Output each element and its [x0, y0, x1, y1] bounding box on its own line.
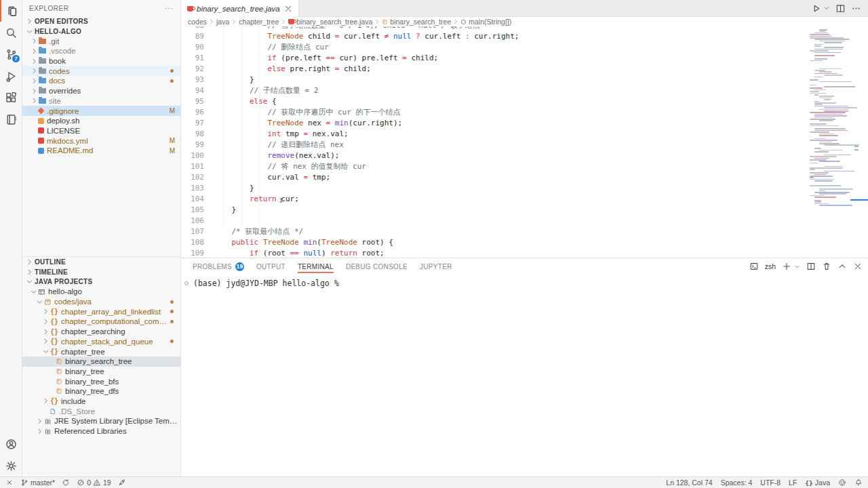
panel-tab-problems[interactable]: PROBLEMS19 [193, 258, 244, 274]
breadcrumb-item-2[interactable]: java [216, 18, 229, 26]
java-tree-item-binary_search_tree[interactable]: binary_search_tree [22, 357, 180, 367]
file-tree-item-LICENSE[interactable]: LICENSE [22, 126, 180, 136]
tab-close-icon[interactable] [283, 4, 293, 14]
java-tree-item-binary_tree_dfs[interactable]: binary_tree_dfs [22, 386, 180, 396]
activity-bar-settings[interactable] [0, 455, 22, 476]
split-terminal-button[interactable] [806, 262, 816, 271]
activity-bar-source-control[interactable]: 7 [0, 43, 22, 65]
java-tree-item-DS_Store[interactable]: .DS_Store [22, 406, 180, 416]
code-line-92[interactable]: 92 else pre.right = child; [181, 64, 868, 75]
code-line-93[interactable]: 93 } [181, 75, 868, 85]
file-tree-item-.gitignore[interactable]: .gitignoreM [22, 106, 180, 116]
activity-bar-search[interactable] [0, 22, 22, 43]
code-line-99[interactable]: 99 // 递归删除结点 nex [181, 140, 868, 150]
file-tree-item-site[interactable]: site [22, 96, 180, 106]
breadcrumb-item-3[interactable]: chapter_tree [239, 18, 279, 26]
status-git-branch[interactable]: master* [20, 479, 55, 487]
status-feedback[interactable] [838, 479, 846, 487]
file-tree-item-overrides[interactable]: overrides [22, 86, 180, 96]
code-line-90[interactable]: 90 // 删除结点 cur [181, 42, 868, 53]
code-line-109[interactable]: 109 if (root == null) return root; [181, 248, 868, 258]
panel-tab-output[interactable]: OUTPUT [256, 258, 285, 274]
activity-bar-notebook[interactable] [0, 108, 22, 130]
activity-bar-accounts[interactable] [0, 433, 22, 455]
code-line-98[interactable]: 98 int tmp = nex.val; [181, 129, 868, 140]
status-remote-indicator[interactable] [5, 479, 14, 487]
file-tree-item-.vscode[interactable]: .vscode [22, 46, 180, 56]
breadcrumb-item-4[interactable]: binary_search_tree.java [288, 18, 372, 26]
java-tree-item-codesjava[interactable]: codes/java [22, 297, 180, 307]
split-editor-button[interactable] [835, 3, 846, 14]
java-projects-section[interactable]: JAVA PROJECTS [22, 277, 180, 287]
panel-tab-debug-console[interactable]: DEBUG CONSOLE [346, 258, 408, 274]
file-tree-item-codes[interactable]: codes [22, 66, 180, 76]
minimap[interactable] [808, 26, 860, 258]
more-actions-button[interactable] [851, 3, 861, 14]
java-tree-item-chapter_tree[interactable]: {}chapter_tree [22, 346, 180, 357]
new-terminal-button[interactable] [782, 262, 791, 271]
timeline-section[interactable]: TIMELINE [22, 267, 180, 277]
java-tree-item-include[interactable]: {}include [22, 396, 180, 407]
breadcrumb-item-5[interactable]: binary_search_tree [382, 18, 451, 26]
status-language-mode[interactable]: {}Java [805, 479, 830, 487]
panel-tab-terminal[interactable]: TERMINAL [298, 258, 334, 274]
code-line-104[interactable]: 104 return cur; [181, 194, 868, 205]
run-button[interactable] [811, 3, 821, 14]
kill-terminal-button[interactable] [822, 262, 831, 271]
code-line-88[interactable]: 88 // 当子结点数量 = 0 / 1 时, child = null / 该… [181, 26, 868, 31]
file-tree-item-.git[interactable]: .git [22, 36, 180, 46]
code-line-107[interactable]: 107 /* 获取最小结点 */ [181, 226, 868, 237]
status-eol[interactable]: LF [789, 479, 797, 487]
shell-selector[interactable]: zsh [765, 262, 776, 270]
code-line-101[interactable]: 101 // 将 nex 的值复制给 cur [181, 161, 868, 172]
outline-section[interactable]: OUTLINE [22, 257, 180, 267]
status-encoding[interactable]: UTF-8 [760, 479, 781, 487]
code-line-97[interactable]: 97 TreeNode nex = min(cur.right); [181, 118, 868, 129]
close-panel-button[interactable] [853, 262, 863, 271]
code-line-103[interactable]: 103 } [181, 183, 868, 194]
status-cursor-position[interactable]: Ln 128, Col 74 [666, 479, 712, 487]
run-dropdown-icon[interactable] [823, 5, 830, 12]
java-tree-item-JRESystemLibraryEclipseTemurin1717[interactable]: JRE System Library [Eclipse Temurin 17 [… [22, 416, 180, 426]
file-tree-item-README.md[interactable]: README.mdM [22, 146, 180, 156]
activity-bar-run-and-debug[interactable] [0, 65, 22, 87]
java-tree-item-binary_tree[interactable]: binary_tree [22, 367, 180, 377]
java-tree-item-chapter_searching[interactable]: {}chapter_searching [22, 327, 180, 337]
java-tree-item-chapter_computational_complexity[interactable]: {}chapter_computational_complexity [22, 317, 180, 327]
breadcrumb-item-1[interactable]: codes [188, 18, 207, 26]
status-problems[interactable]: 019 [77, 479, 111, 487]
code-line-108[interactable]: 108 public TreeNode min(TreeNode root) { [181, 237, 868, 248]
open-editors-section[interactable]: OPEN EDITORS [22, 16, 180, 26]
code-line-105[interactable]: 105 } [181, 205, 868, 216]
breadcrumb-item-6[interactable]: main(String[]) [460, 18, 511, 26]
file-tree-item-docs[interactable]: docs [22, 76, 180, 86]
code-line-89[interactable]: 89 TreeNode child = cur.left ≠ null ? cu… [181, 31, 868, 42]
file-tree-item-book[interactable]: book [22, 56, 180, 66]
file-tree-item-mkdocs.yml[interactable]: mkdocs.ymlM [22, 136, 180, 146]
code-line-106[interactable]: 106 [181, 216, 868, 226]
panel-tab-jupyter[interactable]: JUPYTER [420, 258, 452, 274]
maximize-panel-button[interactable] [837, 262, 847, 271]
code-editor[interactable]: 88 // 当子结点数量 = 0 / 1 时, child = null / 该… [181, 26, 868, 258]
code-line-94[interactable]: 94 // 子结点数量 = 2 [181, 85, 868, 96]
explorer-more-actions[interactable]: ··· [165, 5, 174, 12]
terminal[interactable]: (base) jyd@JYD-MBP hello-algo % [181, 274, 868, 476]
status-notifications[interactable] [854, 479, 863, 487]
java-tree-item-chapter_array_and_linkedlist[interactable]: {}chapter_array_and_linkedlist [22, 306, 180, 317]
java-tree-item-binary_tree_bfs[interactable]: binary_tree_bfs [22, 376, 180, 386]
code-line-100[interactable]: 100 remove(nex.val); [181, 150, 868, 161]
status-sync[interactable] [62, 479, 70, 487]
status-indentation[interactable]: Spaces: 4 [721, 479, 753, 487]
code-line-102[interactable]: 102 cur.val = tmp; [181, 172, 868, 183]
code-line-96[interactable]: 96 // 获取中序遍历中 cur 的下一个结点 [181, 107, 868, 118]
activity-bar-explorer[interactable] [0, 0, 22, 22]
status-launch[interactable] [118, 479, 126, 487]
tab-binary-search-tree[interactable]: binary_search_tree.java [181, 0, 299, 17]
terminal-dropdown-icon[interactable] [794, 264, 800, 270]
file-tree-item-deploy.sh[interactable]: deploy.sh [22, 116, 180, 126]
workspace-root[interactable]: HELLO-ALGO [22, 26, 180, 37]
java-tree-item-chapter_stack_and_queue[interactable]: {}chapter_stack_and_queue [22, 337, 180, 347]
java-tree-item-hello-algo[interactable]: hello-algo [22, 287, 180, 297]
code-line-91[interactable]: 91 if (pre.left == cur) pre.left = child… [181, 53, 868, 64]
java-tree-item-ReferencedLibraries[interactable]: Referenced Libraries [22, 426, 180, 436]
